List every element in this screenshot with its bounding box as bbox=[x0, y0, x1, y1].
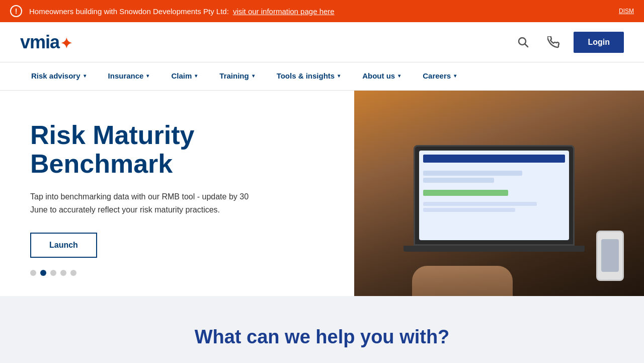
nav-item-insurance[interactable]: Insurance ▾ bbox=[97, 62, 160, 90]
header-actions: Login bbox=[513, 32, 624, 53]
carousel-dot-5[interactable] bbox=[70, 270, 76, 276]
logo[interactable]: vmia✦ bbox=[20, 32, 71, 53]
help-section: What can we help you with? Choose from .… bbox=[0, 296, 644, 363]
search-icon bbox=[517, 36, 529, 48]
chevron-down-icon: ▾ bbox=[84, 73, 86, 79]
nav-item-careers[interactable]: Careers ▾ bbox=[412, 62, 467, 90]
header: vmia✦ Login bbox=[0, 22, 644, 62]
nav-item-tools-insights[interactable]: Tools & insights ▾ bbox=[266, 62, 352, 90]
carousel-dot-2[interactable] bbox=[40, 270, 46, 276]
alert-banner: ! Homeowners building with Snowdon Devel… bbox=[0, 0, 644, 22]
logo-star: ✦ bbox=[60, 36, 71, 51]
nav-item-risk-advisory[interactable]: Risk advisory ▾ bbox=[20, 62, 97, 90]
phone-icon bbox=[547, 36, 559, 48]
chevron-down-icon: ▾ bbox=[195, 73, 197, 79]
carousel-dot-1[interactable] bbox=[30, 270, 36, 276]
alert-message: Homeowners building with Snowdon Develop… bbox=[29, 7, 229, 16]
hero-section: Risk Maturity Benchmark Tap into benchma… bbox=[0, 91, 644, 296]
carousel-dot-3[interactable] bbox=[50, 270, 56, 276]
search-button[interactable] bbox=[513, 32, 533, 52]
hero-content: Risk Maturity Benchmark Tap into benchma… bbox=[0, 91, 354, 296]
hero-carousel-dots bbox=[30, 270, 324, 276]
alert-dismiss[interactable]: DISM bbox=[619, 8, 634, 15]
nav-item-training[interactable]: Training ▾ bbox=[208, 62, 265, 90]
phone-illustration bbox=[596, 231, 624, 281]
chevron-down-icon: ▾ bbox=[146, 73, 149, 79]
carousel-dot-4[interactable] bbox=[60, 270, 66, 276]
hero-description: Tap into benchmarking data with our RMB … bbox=[30, 190, 252, 216]
chevron-down-icon: ▾ bbox=[454, 73, 456, 79]
hand-illustration bbox=[412, 266, 513, 296]
alert-icon: ! bbox=[10, 5, 22, 17]
hero-image bbox=[354, 91, 644, 296]
svg-line-1 bbox=[525, 44, 528, 47]
launch-button[interactable]: Launch bbox=[30, 233, 97, 258]
alert-link[interactable]: visit our information page here bbox=[233, 7, 335, 16]
chevron-down-icon: ▾ bbox=[338, 73, 340, 79]
nav-item-claim[interactable]: Claim ▾ bbox=[160, 62, 208, 90]
nav-item-about-us[interactable]: About us ▾ bbox=[351, 62, 412, 90]
logo-text: vmia✦ bbox=[20, 32, 71, 53]
hero-title: Risk Maturity Benchmark bbox=[30, 121, 324, 178]
help-title: What can we help you with? bbox=[20, 326, 624, 348]
chevron-down-icon: ▾ bbox=[398, 73, 400, 79]
login-button[interactable]: Login bbox=[574, 32, 624, 53]
chevron-down-icon: ▾ bbox=[252, 73, 255, 79]
main-nav: Risk advisory ▾ Insurance ▾ Claim ▾ Trai… bbox=[0, 62, 644, 91]
phone-button[interactable] bbox=[543, 32, 564, 52]
laptop-illustration bbox=[414, 145, 575, 246]
